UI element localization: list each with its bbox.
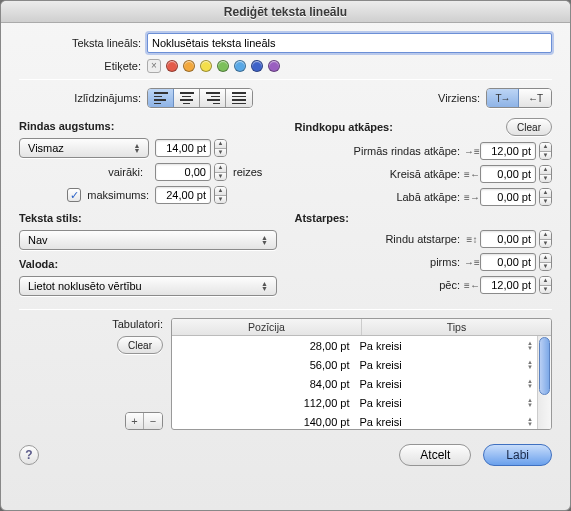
align-right-button[interactable] [200, 89, 226, 107]
row-stepper-icon[interactable]: ▲▼ [527, 341, 533, 351]
tabs-add-remove: + − [125, 412, 163, 430]
tag-color-0[interactable] [166, 60, 178, 72]
direction-segmented: T→ ←T [486, 88, 552, 108]
scroll-thumb[interactable] [539, 337, 550, 395]
row-stepper-icon[interactable]: ▲▼ [527, 379, 533, 389]
first-indent-stepper[interactable]: ▲▼ [539, 142, 552, 160]
line-spacing-icon: ≡↕ [464, 232, 480, 246]
text-style-title: Teksta stils: [19, 212, 277, 224]
cell-position: 112,00 pt [172, 397, 356, 409]
alignment-segmented [147, 88, 253, 108]
max-input[interactable] [155, 186, 211, 204]
cancel-button[interactable]: Atcelt [399, 444, 471, 466]
tab-add-button[interactable]: + [126, 413, 144, 429]
times-label: reizes [233, 166, 277, 178]
row-stepper-icon[interactable]: ▲▼ [527, 417, 533, 427]
tag-row: × [147, 59, 280, 73]
max-checkbox[interactable]: ✓ [67, 188, 81, 202]
language-title: Valoda: [19, 258, 277, 270]
line-spacing-stepper[interactable]: ▲▼ [539, 230, 552, 248]
cell-type: Pa kreisi▲▼ [356, 416, 538, 428]
space-before-icon: →≡ [464, 255, 480, 269]
max-stepper[interactable]: ▲▼ [214, 186, 227, 204]
multiple-stepper[interactable]: ▲▼ [214, 163, 227, 181]
space-after-label: pēc: [439, 279, 460, 291]
cell-position: 140,00 pt [172, 416, 356, 428]
cell-position: 28,00 pt [172, 340, 356, 352]
line-height-mode-combo[interactable]: Vismaz ▲▼ [19, 138, 149, 158]
tag-color-1[interactable] [183, 60, 195, 72]
row-stepper-icon[interactable]: ▲▼ [527, 360, 533, 370]
direction-label: Virziens: [438, 92, 486, 104]
direction-ltr-button[interactable]: T→ [487, 89, 519, 107]
text-style-combo[interactable]: Nav ▲▼ [19, 230, 277, 250]
left-indent-input[interactable] [480, 165, 536, 183]
align-justify-button[interactable] [226, 89, 252, 107]
tabs-table: Pozīcija Tips 28,00 ptPa kreisi▲▼56,00 p… [171, 318, 552, 430]
row-stepper-icon[interactable]: ▲▼ [527, 398, 533, 408]
cell-type: Pa kreisi▲▼ [356, 359, 538, 371]
name-label: Teksta lineāls: [19, 37, 147, 49]
col-position[interactable]: Pozīcija [172, 319, 362, 335]
multiple-input[interactable] [155, 163, 211, 181]
line-height-title: Rindas augstums: [19, 120, 277, 132]
cell-type: Pa kreisi▲▼ [356, 378, 538, 390]
col-type[interactable]: Tips [362, 319, 551, 335]
first-indent-input[interactable] [480, 142, 536, 160]
right-indent-input[interactable] [480, 188, 536, 206]
tag-color-6[interactable] [268, 60, 280, 72]
align-left-button[interactable] [148, 89, 174, 107]
table-row[interactable]: 56,00 ptPa kreisi▲▼ [172, 355, 537, 374]
first-indent-label: Pirmās rindas atkāpe: [354, 145, 460, 157]
tab-remove-button[interactable]: − [144, 413, 162, 429]
help-button[interactable]: ? [19, 445, 39, 465]
multiple-label: vairāki: [19, 166, 149, 178]
line-spacing-input[interactable] [480, 230, 536, 248]
ok-button[interactable]: Labi [483, 444, 552, 466]
table-row[interactable]: 140,00 ptPa kreisi▲▼ [172, 412, 537, 429]
line-spacing-label: Rindu atstarpe: [385, 233, 460, 245]
tabs-clear-button[interactable]: Clear [117, 336, 163, 354]
dialog-title: Rediģēt teksta lineālu [1, 1, 570, 23]
indents-clear-button[interactable]: Clear [506, 118, 552, 136]
space-after-stepper[interactable]: ▲▼ [539, 276, 552, 294]
right-indent-stepper[interactable]: ▲▼ [539, 188, 552, 206]
cell-position: 56,00 pt [172, 359, 356, 371]
space-after-input[interactable] [480, 276, 536, 294]
tag-color-3[interactable] [217, 60, 229, 72]
direction-rtl-button[interactable]: ←T [519, 89, 551, 107]
line-height-input[interactable] [155, 139, 211, 157]
max-label: maksimums: [87, 189, 149, 201]
tag-color-2[interactable] [200, 60, 212, 72]
tag-none-button[interactable]: × [147, 59, 161, 73]
table-row[interactable]: 112,00 ptPa kreisi▲▼ [172, 393, 537, 412]
right-indent-icon: ≡→ [464, 190, 480, 204]
line-height-stepper[interactable]: ▲▼ [214, 139, 227, 157]
first-indent-icon: →≡ [464, 144, 480, 158]
align-center-button[interactable] [174, 89, 200, 107]
space-before-input[interactable] [480, 253, 536, 271]
space-before-label: pirms: [430, 256, 460, 268]
left-indent-icon: ≡← [464, 167, 480, 181]
space-after-icon: ≡← [464, 278, 480, 292]
tag-color-5[interactable] [251, 60, 263, 72]
cell-type: Pa kreisi▲▼ [356, 340, 538, 352]
tag-color-4[interactable] [234, 60, 246, 72]
left-indent-stepper[interactable]: ▲▼ [539, 165, 552, 183]
indents-title: Rindkopu atkāpes: [295, 121, 393, 133]
cell-position: 84,00 pt [172, 378, 356, 390]
language-value: Lietot noklusēto vērtību [28, 280, 142, 292]
language-combo[interactable]: Lietot noklusēto vērtību ▲▼ [19, 276, 277, 296]
space-before-stepper[interactable]: ▲▼ [539, 253, 552, 271]
ruler-name-input[interactable] [147, 33, 552, 53]
table-row[interactable]: 28,00 ptPa kreisi▲▼ [172, 336, 537, 355]
table-scrollbar[interactable] [537, 336, 551, 429]
align-label: Izlīdzinājums: [19, 92, 147, 104]
line-height-mode-value: Vismaz [28, 142, 64, 154]
cell-type: Pa kreisi▲▼ [356, 397, 538, 409]
text-style-value: Nav [28, 234, 48, 246]
table-row[interactable]: 84,00 ptPa kreisi▲▼ [172, 374, 537, 393]
etiquette-label: Etiķete: [19, 60, 147, 72]
dialog-window: Rediģēt teksta lineālu Teksta lineāls: E… [0, 0, 571, 511]
left-indent-label: Kreisā atkāpe: [390, 168, 460, 180]
